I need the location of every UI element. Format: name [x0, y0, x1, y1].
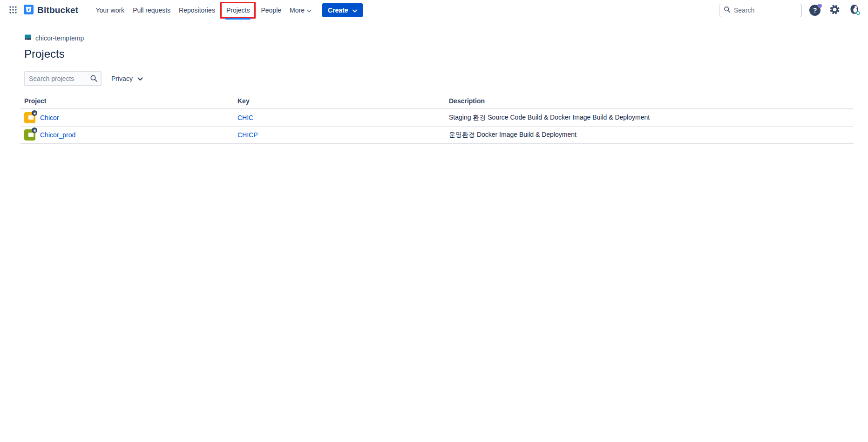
bitbucket-home-link[interactable]: Bitbucket [24, 5, 78, 16]
nav-item-pull-requests[interactable]: Pull requests [129, 2, 175, 19]
breadcrumb-project-link[interactable]: chicor-temptemp [35, 34, 84, 42]
column-header-key: Key [234, 94, 445, 109]
primary-nav: Your work Pull requests Repositories Pro… [91, 0, 316, 20]
bitbucket-logo-icon [24, 5, 34, 16]
topbar-right-cluster: ? [719, 4, 861, 17]
active-tab-underline [225, 18, 251, 20]
page-title: Projects [24, 47, 854, 60]
search-icon [90, 74, 98, 84]
nav-item-repositories[interactable]: Repositories [175, 2, 219, 19]
projects-table: Project Key Description Chicor [20, 94, 854, 144]
chevron-down-icon [353, 7, 357, 14]
table-header-row: Project Key Description [20, 94, 854, 109]
nav-item-projects[interactable]: Projects [220, 2, 256, 19]
chevron-down-icon [307, 7, 312, 14]
privacy-filter-label: Privacy [111, 75, 133, 82]
project-server-icon [24, 33, 32, 43]
chevron-down-icon [137, 75, 143, 82]
privacy-filter-dropdown[interactable]: Privacy [111, 75, 143, 82]
global-search-input[interactable] [734, 7, 797, 14]
lock-icon [32, 127, 37, 133]
nav-item-your-work[interactable]: Your work [91, 2, 129, 19]
user-avatar [848, 3, 861, 17]
create-button[interactable]: Create [322, 3, 363, 17]
column-header-description: Description [445, 94, 854, 109]
create-button-label: Create [328, 7, 348, 14]
table-row: Chicor CHIC Staging 환경 Source Code Build… [20, 109, 854, 127]
nav-item-projects-label: Projects [226, 7, 250, 14]
lock-icon [32, 110, 37, 116]
nav-item-more-label: More [290, 7, 305, 14]
breadcrumb: chicor-temptemp [20, 33, 854, 43]
product-wordmark: Bitbucket [37, 5, 78, 15]
top-nav-bar: Bitbucket Your work Pull requests Reposi… [0, 0, 868, 20]
settings-button[interactable] [828, 4, 841, 17]
grid-icon [8, 5, 18, 16]
project-key-link[interactable]: CHIC [237, 114, 253, 121]
nav-item-people[interactable]: People [257, 2, 285, 19]
project-description: 운영환경 Docker Image Build & Deployment [449, 131, 576, 138]
project-avatar [24, 112, 35, 123]
table-row: Chicor_prod CHICP 운영환경 Docker Image Buil… [20, 127, 854, 144]
app-switcher-button[interactable] [7, 4, 19, 16]
column-header-project: Project [20, 94, 234, 109]
gear-icon [829, 4, 840, 16]
projects-page: chicor-temptemp Projects Privacy Project… [0, 20, 868, 144]
project-avatar [24, 129, 35, 141]
filter-row: Privacy [24, 71, 854, 86]
nav-item-more[interactable]: More [285, 2, 316, 19]
project-key-link[interactable]: CHICP [237, 131, 258, 139]
project-name-link[interactable]: Chicor [40, 114, 59, 121]
help-button[interactable]: ? [808, 4, 821, 17]
profile-avatar-button[interactable] [848, 4, 861, 17]
project-search-box [24, 71, 102, 86]
project-name-link[interactable]: Chicor_prod [40, 131, 75, 139]
global-search-box[interactable] [719, 4, 802, 17]
project-description: Staging 환경 Source Code Build & Docker Im… [449, 114, 650, 121]
search-icon [724, 6, 731, 15]
notification-dot [818, 4, 822, 8]
